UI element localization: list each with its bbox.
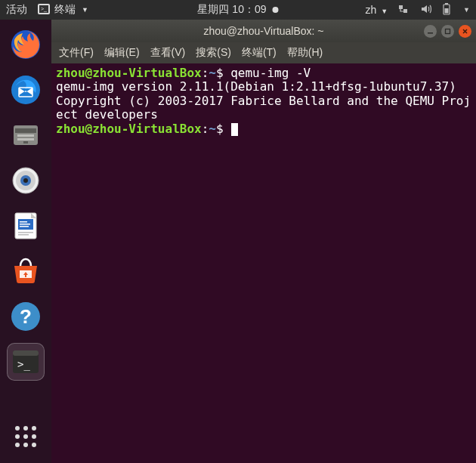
svg-rect-27 [18, 232, 33, 233]
notification-dot-icon [273, 7, 279, 13]
window-title: zhou@zhou-VirtualBox: ~ [203, 25, 323, 37]
output-line: Copyright (c) 2003-2017 Fabrice Bellard … [56, 94, 471, 122]
chevron-down-icon: ▼ [82, 6, 88, 14]
cursor [231, 123, 238, 136]
svg-rect-31 [25, 274, 26, 277]
svg-text:>_: >_ [41, 6, 47, 12]
svg-rect-35 [13, 350, 39, 356]
maximize-button[interactable] [441, 25, 454, 38]
system-menu-icon[interactable]: ▼ [463, 6, 470, 14]
svg-rect-3 [399, 5, 403, 9]
svg-rect-15 [23, 141, 28, 144]
launcher-ubuntu-software[interactable] [7, 252, 45, 290]
launcher-rhythmbox[interactable] [7, 162, 45, 199]
chevron-down-icon: ▼ [381, 8, 388, 15]
svg-text:>_: >_ [17, 358, 30, 371]
input-method-indicator[interactable]: zh ▼ [365, 4, 388, 16]
show-applications-button[interactable] [7, 418, 45, 455]
launcher-terminal[interactable]: >_ [7, 343, 45, 381]
menu-file[interactable]: 文件(F) [59, 46, 94, 60]
svg-rect-24 [20, 221, 27, 223]
network-icon[interactable] [398, 4, 410, 17]
launcher-dock: ? >_ [0, 20, 51, 463]
menu-search[interactable]: 搜索(S) [196, 46, 231, 60]
svg-rect-6 [445, 3, 448, 5]
window-titlebar[interactable]: zhou@zhou-VirtualBox: ~ [51, 20, 476, 42]
svg-rect-13 [17, 134, 34, 137]
svg-rect-4 [403, 9, 407, 13]
svg-rect-28 [18, 234, 29, 236]
menu-edit[interactable]: 编辑(E) [104, 46, 140, 60]
svg-rect-12 [15, 128, 36, 133]
active-app-indicator[interactable]: >_ 终端 ▼ [38, 3, 88, 17]
prompt-user: zhou@zhou-VirtualBox [56, 66, 202, 80]
command-line: qemu-img -V [230, 66, 311, 80]
launcher-thunderbird[interactable] [7, 71, 45, 109]
launcher-files[interactable] [7, 116, 45, 154]
prompt-user: zhou@zhou-VirtualBox [56, 122, 202, 136]
top-panel: 活动 >_ 终端 ▼ 星期四 10：09 zh ▼ ▼ [0, 0, 476, 20]
svg-rect-7 [445, 8, 449, 14]
sound-icon[interactable] [421, 4, 431, 17]
terminal-window: zhou@zhou-VirtualBox: ~ 文件(F) 编辑(E) 查看(V… [51, 20, 476, 463]
svg-rect-26 [20, 226, 29, 227]
svg-rect-37 [428, 32, 433, 34]
launcher-help[interactable]: ? [7, 298, 45, 335]
menubar: 文件(F) 编辑(E) 查看(V) 搜索(S) 终端(T) 帮助(H) [51, 42, 476, 63]
svg-rect-38 [446, 29, 450, 33]
prompt-path: ~ [209, 66, 216, 80]
output-line: qemu-img version 2.11.1(Debian 1:2.11+df… [56, 79, 456, 94]
svg-text:?: ? [20, 305, 32, 328]
svg-point-19 [23, 178, 28, 183]
svg-rect-25 [20, 224, 30, 225]
clock[interactable]: 星期四 10：09 [197, 3, 278, 17]
terminal-icon: >_ [38, 4, 50, 17]
battery-icon[interactable] [442, 3, 451, 17]
minimize-button[interactable] [424, 25, 437, 38]
prompt-path: ~ [209, 122, 216, 136]
activities-button[interactable]: 活动 [6, 3, 27, 17]
launcher-firefox[interactable] [7, 26, 45, 63]
terminal-body[interactable]: zhou@zhou-VirtualBox:~$ qemu-img -V qemu… [51, 63, 476, 463]
launcher-libreoffice-writer[interactable] [7, 207, 45, 245]
svg-rect-14 [17, 138, 34, 140]
menu-help[interactable]: 帮助(H) [287, 46, 323, 60]
menu-terminal[interactable]: 终端(T) [242, 46, 277, 60]
menu-view[interactable]: 查看(V) [150, 46, 186, 60]
close-button[interactable] [459, 25, 471, 38]
